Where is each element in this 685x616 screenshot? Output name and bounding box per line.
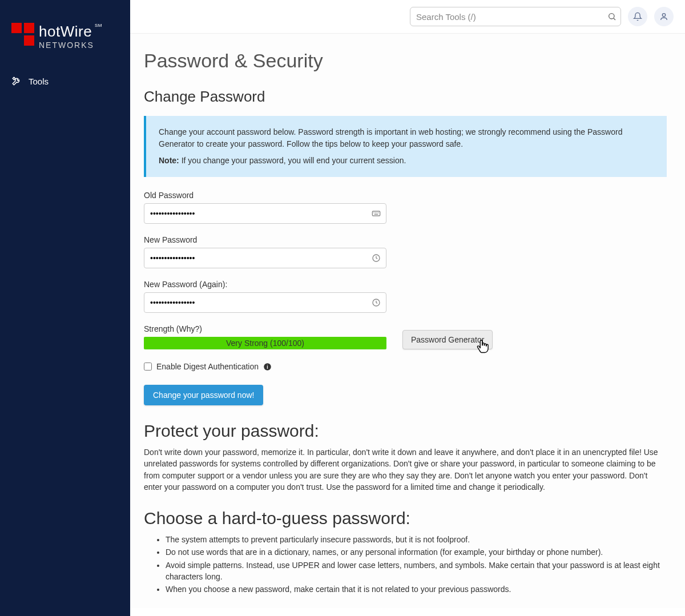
change-password-button[interactable]: Change your password now! <box>144 385 263 405</box>
brand-text-2: NETWORKS <box>39 41 94 50</box>
svg-point-0 <box>609 14 614 19</box>
info-text-1: Change your account password below. Pass… <box>159 126 654 150</box>
old-password-input[interactable] <box>144 203 386 224</box>
main: Password & Security Change Password Chan… <box>130 0 685 616</box>
search-icon <box>607 12 616 21</box>
list-item: Avoid simple patterns. Instead, use UPPE… <box>166 559 667 583</box>
generate-icon-2[interactable] <box>372 298 381 307</box>
svg-rect-5 <box>375 212 376 213</box>
footer: cPanel 104.0.7 Home Trademarks Privacy P… <box>130 608 685 616</box>
password-generator-button[interactable]: Password Generator <box>402 330 493 349</box>
brand-logo: hotWireSM NETWORKS <box>0 0 130 67</box>
new-password-input[interactable] <box>144 248 386 268</box>
list-item: The system attempts to prevent particula… <box>166 534 667 545</box>
sidebar-item-label: Tools <box>29 77 49 86</box>
info-icon[interactable]: i <box>263 363 272 371</box>
svg-line-1 <box>614 18 615 20</box>
info-note-label: Note: <box>159 156 179 165</box>
page-title: Password & Security <box>144 50 667 72</box>
new-password-again-label: New Password (Again): <box>144 280 667 289</box>
list-item: Do not use words that are in a dictionar… <box>166 546 667 558</box>
new-password-label: New Password <box>144 235 667 244</box>
sidebar: hotWireSM NETWORKS Tools <box>0 0 130 616</box>
svg-point-2 <box>662 14 665 17</box>
strength-meter: Very Strong (100/100) <box>144 337 386 349</box>
brand-sm: SM <box>95 23 102 28</box>
topbar <box>130 0 685 34</box>
generate-icon[interactable] <box>372 253 381 263</box>
new-password-again-input[interactable] <box>144 292 386 313</box>
svg-rect-6 <box>377 212 377 213</box>
digest-auth-checkbox[interactable] <box>144 363 152 371</box>
keyboard-icon <box>372 209 381 218</box>
notifications-button[interactable] <box>628 7 647 26</box>
user-icon <box>659 12 668 21</box>
brand-text-1a: hot <box>39 23 61 40</box>
svg-rect-3 <box>372 211 380 216</box>
sidebar-item-tools[interactable]: Tools <box>11 73 119 90</box>
search-input[interactable] <box>410 7 621 26</box>
protect-text: Don't write down your password, memorize… <box>144 446 667 493</box>
info-note-text: If you change your password, you will en… <box>179 156 406 165</box>
svg-text:i: i <box>267 364 268 369</box>
protect-title: Protect your password: <box>144 421 667 441</box>
choose-title: Choose a hard-to-guess password: <box>144 509 667 528</box>
tools-icon <box>11 76 22 86</box>
digest-auth-label: Enable Digest Authentication <box>156 362 259 371</box>
account-button[interactable] <box>654 7 674 26</box>
tips-list: The system attempts to prevent particula… <box>144 534 667 595</box>
info-box: Change your account password below. Pass… <box>144 116 667 177</box>
svg-rect-8 <box>374 214 378 215</box>
brand-text-1b: Wire <box>61 23 92 40</box>
strength-label: Strength (Why?) <box>144 324 386 333</box>
list-item: When you choose a new password, make cer… <box>166 583 667 595</box>
old-password-label: Old Password <box>144 191 667 200</box>
bell-icon <box>633 12 642 21</box>
svg-rect-4 <box>373 212 374 213</box>
svg-rect-7 <box>378 212 378 213</box>
search-button[interactable] <box>607 12 616 21</box>
logo-squares-icon <box>11 23 34 48</box>
section-title: Change Password <box>144 88 667 106</box>
